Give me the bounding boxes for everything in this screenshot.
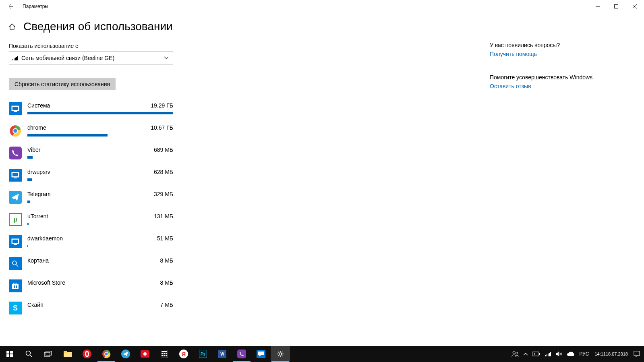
svg-rect-32 (64, 351, 67, 353)
app-usage-row: dwarkdaemon51 МБ (9, 235, 177, 248)
page-title: Сведения об использовании (23, 20, 173, 33)
tray-language[interactable]: РУС (577, 346, 591, 362)
tray-onedrive-icon[interactable] (565, 346, 577, 362)
maximize-button[interactable] (607, 0, 625, 13)
window-title: Параметры (23, 4, 48, 9)
back-button[interactable] (4, 0, 17, 13)
tray-clock[interactable]: 14:11 18.07.2018 (591, 346, 631, 362)
reset-stats-button[interactable]: Сбросить статистику использования (9, 78, 116, 90)
app-usage-row: Telegram329 МБ (9, 191, 177, 204)
taskbar-telegram[interactable] (116, 346, 135, 362)
svg-rect-2 (14, 58, 14, 60)
svg-point-28 (26, 351, 31, 356)
app-usage-value: 689 МБ (154, 147, 173, 153)
svg-rect-48 (532, 352, 539, 356)
taskbar-viber[interactable] (232, 346, 251, 362)
tray-people-icon[interactable] (509, 346, 521, 362)
svg-point-47 (516, 352, 518, 354)
tray-time: 14:11 (594, 352, 606, 357)
svg-rect-51 (547, 354, 547, 356)
app-icon (9, 124, 22, 137)
usage-bar (27, 201, 173, 203)
taskbar-camera[interactable] (135, 346, 155, 362)
app-usage-row: Microsoft Store8 МБ (9, 279, 177, 292)
task-view-button[interactable] (39, 346, 58, 362)
taskbar-chrome[interactable] (97, 346, 116, 362)
tray-chevron-up-icon[interactable] (521, 346, 530, 362)
help-question: У вас появились вопросы? (490, 42, 603, 48)
svg-point-18 (12, 261, 17, 265)
svg-rect-7 (12, 107, 18, 110)
svg-point-11 (13, 129, 17, 133)
app-name: drwupsrv (27, 169, 50, 175)
svg-rect-14 (14, 178, 17, 178)
taskbar-calculator[interactable] (155, 346, 174, 362)
taskbar-photoshop[interactable]: Ps (193, 346, 213, 362)
app-icon (9, 102, 22, 115)
usage-bar (27, 112, 173, 114)
svg-rect-52 (548, 354, 549, 356)
svg-rect-37 (162, 351, 167, 352)
minimize-button[interactable] (588, 0, 607, 13)
feedback-link[interactable]: Оставить отзыв (490, 83, 603, 89)
home-icon[interactable] (8, 23, 16, 31)
network-dropdown[interactable]: Сеть мобильной связи (Beeline GE) (9, 52, 173, 64)
improve-windows-text: Помогите усовершенствовать Windows (490, 74, 603, 81)
svg-rect-42 (164, 355, 165, 356)
taskbar-settings[interactable] (271, 346, 290, 362)
app-usage-row: Система19.29 ГБ (9, 102, 177, 115)
app-name: Microsoft Store (27, 279, 65, 286)
cellular-signal-icon (12, 56, 18, 60)
svg-rect-53 (549, 353, 550, 356)
dropdown-selected-text: Сеть мобильной связи (Beeline GE) (21, 55, 114, 61)
usage-bar (27, 223, 173, 225)
svg-point-35 (105, 353, 108, 356)
get-help-link[interactable]: Получить помощь (490, 51, 603, 57)
app-usage-row: SСкайп7 МБ (9, 302, 177, 314)
tray-battery-icon[interactable] (530, 346, 543, 362)
app-name: dwarkdaemon (27, 235, 63, 242)
usage-bar (27, 178, 173, 181)
taskbar-opera[interactable] (77, 346, 97, 362)
app-icon: µ (9, 213, 22, 226)
app-icon: S (9, 302, 22, 314)
svg-rect-27 (10, 354, 13, 357)
app-usage-value: 8 МБ (160, 279, 173, 286)
taskbar-messaging[interactable] (251, 346, 271, 362)
svg-rect-40 (166, 353, 167, 354)
svg-rect-25 (10, 351, 13, 354)
app-name: chrome (27, 124, 46, 131)
svg-rect-13 (12, 173, 18, 176)
svg-rect-54 (550, 352, 551, 356)
search-button[interactable] (19, 346, 39, 362)
svg-rect-21 (16, 285, 17, 287)
app-icon (9, 235, 22, 248)
app-icon (9, 169, 22, 182)
taskbar-file-explorer[interactable] (58, 346, 77, 362)
svg-rect-17 (14, 244, 17, 245)
app-usage-row: Кортана8 МБ (9, 257, 177, 270)
taskbar: Я Ps W (0, 346, 644, 362)
start-button[interactable] (0, 346, 19, 362)
tray-action-center-icon[interactable] (631, 346, 642, 362)
app-icon (9, 147, 22, 159)
svg-rect-38 (162, 353, 163, 354)
svg-rect-43 (166, 355, 167, 356)
app-name: Скайп (27, 302, 43, 308)
taskbar-yandex[interactable]: Я (174, 346, 193, 362)
tray-volume-muted-icon[interactable] (553, 346, 565, 362)
svg-rect-23 (16, 287, 17, 288)
svg-rect-16 (12, 240, 18, 243)
taskbar-word[interactable]: W (213, 346, 232, 362)
svg-point-46 (513, 352, 515, 354)
close-button[interactable] (625, 0, 644, 13)
svg-rect-41 (162, 355, 163, 356)
tray-date: 18.07.2018 (606, 352, 628, 357)
app-usage-row: drwupsrv628 МБ (9, 169, 177, 182)
svg-rect-44 (258, 352, 264, 355)
app-usage-value: 329 МБ (154, 191, 173, 197)
show-usage-label: Показать использование с (9, 43, 177, 49)
tray-cellular-icon[interactable] (543, 346, 553, 362)
app-name: Telegram (27, 191, 51, 197)
app-usage-row: chrome10.67 ГБ (9, 124, 177, 137)
